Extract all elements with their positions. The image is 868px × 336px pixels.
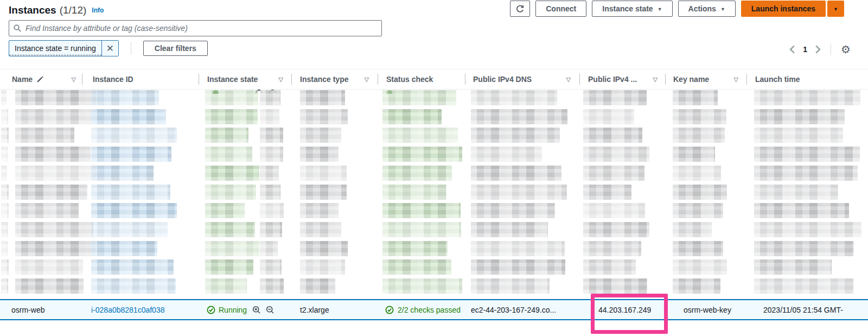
instance-state-dropdown[interactable]: Instance state ▼ [592,1,672,17]
redacted-cell [260,259,282,275]
redacted-cell [300,203,339,218]
column-header-status-check[interactable]: Status check [386,69,457,89]
redacted-cell [300,259,345,275]
redacted-cell [1,241,8,256]
current-page[interactable]: 1 [803,45,807,54]
redacted-cell [205,109,258,124]
search-input[interactable] [9,20,382,36]
actions-label: Actions [688,4,716,13]
redacted-cell [471,166,561,181]
actions-dropdown[interactable]: Actions ▼ [678,1,736,17]
redacted-cell [260,147,283,162]
refresh-button[interactable] [510,1,530,17]
redacted-cell [382,278,462,294]
redacted-cell [300,185,347,200]
refresh-icon [515,4,525,14]
filter-column-icon[interactable]: ▽ [279,76,283,83]
divider [579,74,580,85]
redacted-cell [471,203,555,218]
settings-gear-icon[interactable]: ⚙ [841,44,851,55]
launch-instances-button[interactable]: Launch instances [741,1,826,17]
redacted-cell [300,222,341,237]
redacted-cell [205,128,248,143]
redacted-cell [1,147,8,162]
filter-column-icon[interactable]: ▽ [365,76,369,83]
redacted-cell [15,241,95,256]
column-header-public-ipv4-dns[interactable]: Public IPv4 DNS ▽ [473,69,571,89]
redacted-cell [15,185,87,200]
redacted-cell [1,166,7,181]
redacted-cell [471,147,542,162]
divider [291,74,292,85]
divider [746,74,747,85]
page-title: Instances [9,4,56,16]
search-bar [9,20,382,36]
redacted-cell [15,147,91,162]
redacted-cell [205,259,253,275]
redacted-cell [91,109,166,124]
redacted-cell [1,203,9,218]
instance-id-link[interactable]: i-028a0b8281c0af038 [91,306,164,314]
redacted-cell [754,278,854,294]
info-link[interactable]: Info [92,7,104,14]
cell-name: osrm-web [11,300,81,319]
redacted-instance-rows [0,88,868,296]
redacted-cell [471,222,548,237]
chevron-down-icon: ▼ [720,7,725,12]
column-header-name[interactable]: Name ▽ [12,69,76,89]
filter-chip-instance-state-running[interactable]: Instance state = running ✕ [9,40,119,56]
redacted-cell [382,128,458,143]
redacted-cell [754,203,849,218]
redacted-cell [15,278,84,294]
redacted-cell [583,185,631,200]
redacted-cell [15,128,74,143]
redacted-cell [300,109,348,124]
column-header-instance-state[interactable]: Instance state ▽ [207,69,283,89]
column-header-public-ipv4[interactable]: Public IPv4 ... ▽ [588,69,658,89]
redacted-cell [91,185,170,200]
next-page-button[interactable] [815,45,821,54]
redacted-cell [583,166,644,181]
redacted-cell [260,241,278,256]
redacted-cell [471,278,550,294]
page-header: Instances (1/12) Info [9,2,104,18]
cell-launch-time: 2023/11/05 21:54 GMT- [763,300,868,319]
remove-filter-button[interactable]: ✕ [101,41,118,56]
filter-column-icon[interactable]: ▽ [72,76,76,83]
redacted-cell [260,185,280,200]
previous-page-button[interactable] [789,45,795,54]
close-icon: ✕ [106,43,114,54]
redacted-cell [1,109,8,124]
redacted-cell [260,203,284,218]
connect-button[interactable]: Connect [535,1,586,17]
redacted-cell [754,259,832,275]
redacted-cell [91,147,171,162]
table-row-osrm-web[interactable]: osrm-web i-028a0b8281c0af038 Running [0,299,868,320]
redacted-cell [205,241,259,256]
divider [465,74,465,85]
redacted-cell [673,90,718,105]
redacted-cell [673,241,723,256]
redacted-cell [15,166,97,181]
launch-instances-more-button[interactable]: ▼ [827,1,844,17]
redacted-cell [260,90,280,105]
filter-column-icon[interactable]: ▽ [653,76,658,83]
redacted-cell [300,128,341,143]
column-header-launch-time[interactable]: Launch time [755,69,853,89]
redacted-cell [300,90,345,105]
redacted-cell [754,222,861,237]
zoom-in-icon[interactable] [252,306,261,314]
redacted-cell [205,278,247,294]
filter-column-icon[interactable]: ▽ [566,76,571,83]
column-header-instance-id[interactable]: Instance ID [93,69,190,89]
redacted-cell [583,278,647,294]
redacted-cell [260,222,282,237]
column-header-instance-type[interactable]: Instance type ▽ [300,69,369,89]
zoom-out-icon[interactable] [266,306,275,314]
filter-column-icon[interactable]: ▽ [734,76,738,83]
clear-filters-button[interactable]: Clear filters [143,41,208,56]
redacted-cell [382,109,442,124]
redacted-cell [583,203,645,218]
redacted-cell [382,90,456,105]
column-header-key-name[interactable]: Key name ▽ [673,69,738,89]
